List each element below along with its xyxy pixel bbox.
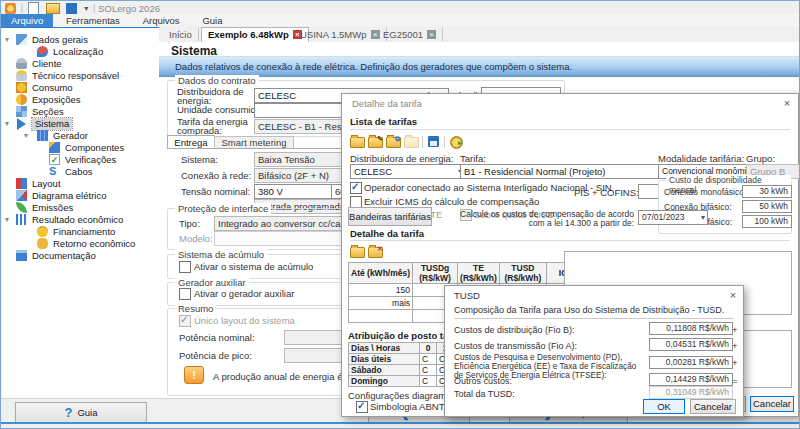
tab-entrega[interactable]: Entrega <box>167 135 215 149</box>
sin-checkbox[interactable] <box>350 182 362 194</box>
tree-item-emissoes[interactable]: Emissões <box>2 202 159 214</box>
copy-tariff-icon[interactable]: ⧉ <box>386 137 401 148</box>
ativar-acumulo-label: Ativar o sistema de acúmulo <box>194 261 313 272</box>
tusd-cancel-button[interactable]: Cancelar <box>690 399 736 414</box>
potencia-nominal-label: Potência nominal: <box>179 332 255 343</box>
menu-arquivo[interactable]: Arquivo <box>1 14 53 27</box>
tree-item-sistema[interactable]: ▾Sistema <box>2 118 159 130</box>
question-icon: ? <box>64 405 72 420</box>
close-icon[interactable]: × <box>780 97 794 109</box>
tab-eg25001[interactable]: EG25001× <box>377 28 443 41</box>
unico-layout-label: Único layout do sistema <box>194 315 295 326</box>
economic-return-piggy-icon <box>37 238 48 249</box>
tree-item-exposicoes[interactable]: Exposições <box>2 94 159 106</box>
tree-item-componentes[interactable]: Componentes <box>2 142 159 154</box>
tree-item-cliente[interactable]: Cliente <box>2 58 159 70</box>
tree-item-diagrama-eletrico[interactable]: Diagrama elétrico <box>2 190 159 202</box>
tab-usina[interactable]: USINA 1.5MWp× <box>294 28 387 41</box>
bifasico-field[interactable]: 50 kWh <box>742 200 792 213</box>
ativar-acumulo-checkbox[interactable] <box>179 261 191 273</box>
calendar-caret-icon[interactable]: ▾ <box>701 211 705 224</box>
tree-item-dados-gerais[interactable]: ▾Dados gerais <box>2 34 159 46</box>
divider <box>350 240 790 241</box>
save-project-icon[interactable] <box>66 3 77 14</box>
open-row-icon[interactable] <box>350 247 365 258</box>
plus-operator: + <box>732 340 738 351</box>
fio-a-field[interactable]: 0,04531 R$/kWh <box>649 338 733 351</box>
page-subtitle: Dados relativos de conexão à rede elétri… <box>159 57 800 72</box>
close-icon[interactable]: × <box>726 289 740 301</box>
tusd-ok-button[interactable]: OK <box>643 399 685 414</box>
disponibilidade-groupbox: Custo de disponibilidade mensal Conexão … <box>658 180 792 234</box>
tree-item-financiamento[interactable]: Financiamento <box>2 226 159 238</box>
trifasico-field[interactable]: 100 kWh <box>742 215 792 228</box>
sistema-field: Baixa Tensão <box>254 152 350 167</box>
monofasico-field[interactable]: 30 kWh <box>742 185 792 198</box>
navigation-tree: ▾Dados gerais Localização Cliente Técnic… <box>2 28 160 398</box>
tree-item-localizacao[interactable]: Localização <box>2 46 159 58</box>
edit-tariff-icon[interactable]: ✎ <box>368 137 383 148</box>
separator: | <box>93 3 95 13</box>
tab-close-icon[interactable]: × <box>427 30 436 39</box>
guia-button[interactable]: ?Guia <box>15 402 147 423</box>
outros-custos-field[interactable]: 0,14429 R$/kWh <box>649 373 733 386</box>
document-tab-bar: Início Exemplo 6.48kWp× USINA 1.5MWp× EG… <box>159 26 800 43</box>
save-tariff-icon[interactable] <box>428 136 439 147</box>
ativar-gerador-label: Ativar o gerador auxiliar <box>194 288 294 299</box>
open-project-icon[interactable] <box>46 3 60 14</box>
technician-icon <box>16 70 27 81</box>
simbologia-checkbox[interactable] <box>356 401 368 413</box>
tree-collapse-icon[interactable]: ▾ <box>5 118 9 130</box>
bandeiras-button[interactable]: Bandeiras tarifárias <box>348 207 432 226</box>
tree-item-resultado-economico[interactable]: ▾Resultado econômico <box>2 214 159 226</box>
checks-icon: ✓ <box>49 154 60 165</box>
tree-item-cabos[interactable]: SCabos <box>2 166 159 178</box>
dlg-tarifa-select[interactable]: B1 - Residencial Normal (Projeto) <box>460 164 669 179</box>
tab-exemplo[interactable]: Exemplo 6.48kWp× <box>201 27 309 43</box>
separator: | <box>21 3 23 13</box>
conexao-label: Conexão à rede: <box>181 170 251 181</box>
window-bottom-accent <box>1 422 800 424</box>
fio-b-label: Custos de distribuição (Fio B): <box>454 325 575 335</box>
tariff-cancel-button[interactable]: Cancelar <box>750 396 794 412</box>
financing-moneybag-icon <box>37 226 48 237</box>
quickbar-caret-icon[interactable]: ▾ <box>84 4 88 13</box>
tusd-dialog: TUSD × Composição da Tarifa para Uso do … <box>444 285 744 417</box>
excluir-icms-label: Excluir ICMS do cálculo de compensação <box>364 196 539 207</box>
tree-collapse-icon[interactable]: ▾ <box>5 214 9 226</box>
window-title: SOLergo 2026 <box>98 3 160 14</box>
delete-row-icon[interactable]: ✕ <box>368 247 383 258</box>
tree-item-tecnico-responsavel[interactable]: Técnico responsável <box>2 70 159 82</box>
tab-inicio[interactable]: Início <box>163 28 199 41</box>
layout-icon <box>16 178 27 189</box>
pd-ee-tfsee-field[interactable]: 0,00281 R$/kWh <box>649 356 733 369</box>
tree-item-consumo[interactable]: Consumo <box>2 82 159 94</box>
dlg-modalidade-label: Modalidade tarifária: <box>658 153 744 164</box>
ativar-gerador-checkbox[interactable] <box>179 288 191 300</box>
tree-collapse-icon[interactable]: ▾ <box>5 34 9 46</box>
dlg-distribuidora-select[interactable]: CELESC <box>350 164 469 179</box>
tree-item-retorno-economico[interactable]: Retorno econômico <box>2 238 159 250</box>
outros-custos-label: Outros custos: <box>454 376 512 386</box>
tree-item-layout[interactable]: Layout <box>2 178 159 190</box>
conexao-field: Bifásico (2F + N) <box>254 168 350 183</box>
fio-b-field[interactable]: 0,11808 R$/kWh <box>649 322 733 335</box>
tarifa-comprada-label: Tarifa da energia comprada: <box>177 117 253 135</box>
separator <box>444 136 445 148</box>
tree-collapse-icon[interactable]: ▾ <box>24 130 28 142</box>
menu-ferramentas[interactable]: Ferramentas <box>56 14 130 27</box>
consumption-icon <box>16 82 27 93</box>
tree-item-secoes[interactable]: Seções <box>2 106 159 118</box>
electric-diagram-icon <box>16 190 27 201</box>
economic-result-chart-icon <box>16 214 27 225</box>
tree-item-documentacao[interactable]: Documentação <box>2 250 159 262</box>
tree-item-gerador[interactable]: ▾Gerador <box>2 130 159 142</box>
tariff-export-icon[interactable]: ▸ <box>450 136 463 149</box>
app-logo-icon <box>5 3 16 14</box>
client-person-icon <box>16 58 27 69</box>
page-subtitle-banner: Dados relativos de conexão à rede elétri… <box>159 56 800 77</box>
tree-item-verificacoes[interactable]: ✓Verificações <box>2 154 159 166</box>
divider <box>350 129 790 130</box>
new-tariff-icon[interactable] <box>350 137 365 148</box>
lei-date-field[interactable]: 07/01/2023▾ <box>638 210 708 225</box>
